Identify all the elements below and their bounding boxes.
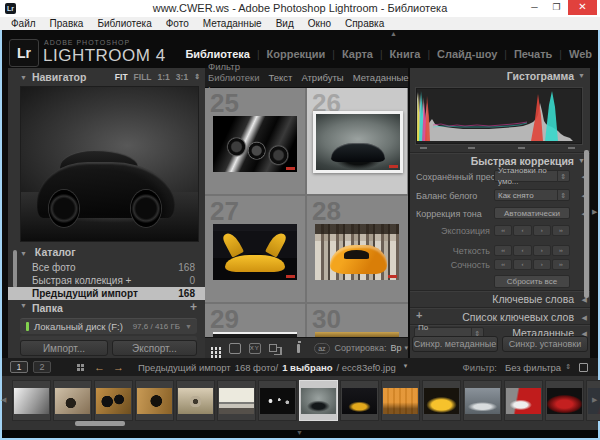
filmstrip-thumb[interactable] [135, 380, 174, 421]
filter-toggle-icon[interactable] [579, 363, 588, 372]
survey-view-icon[interactable] [269, 344, 277, 352]
filmstrip-thumb[interactable] [340, 380, 379, 421]
collapse-icon[interactable]: ▼ [578, 72, 585, 79]
section-arrow-icon[interactable]: ◀ [582, 314, 587, 322]
painter-spray-icon[interactable] [297, 344, 301, 353]
breadcrumb[interactable]: Предыдущий импорт [138, 362, 231, 373]
navigator-preview-image[interactable] [20, 86, 199, 242]
saved-preset-dropdown[interactable]: Установки по умо... ⇕ [494, 170, 570, 182]
step-fwd2-button[interactable]: ›› [552, 245, 570, 256]
catalog-row-all-photos[interactable]: Все фото 168 [8, 261, 205, 274]
filmstrip-thumb-selected[interactable] [299, 380, 338, 421]
grid-view-icon[interactable] [211, 347, 213, 350]
zoom-1-1[interactable]: 1:1 [158, 72, 170, 82]
zoom-updown-icon[interactable]: ⇕ [194, 73, 200, 81]
filter-updown-icon[interactable]: ⇕ [565, 363, 571, 371]
go-forward-icon[interactable]: → [113, 361, 124, 373]
source-dropdown-icon[interactable]: ▾ [404, 362, 408, 373]
navigator-header[interactable]: ▼ Навигатор FIT FILL 1:1 3:1 ⇕ [20, 70, 200, 84]
top-panel-collapse-icon[interactable]: ▲ [390, 30, 397, 37]
auto-tone-button[interactable]: Автоматически [494, 207, 570, 219]
filmstrip-thumb[interactable] [53, 380, 92, 421]
histogram-clip-indicator[interactable] [420, 147, 427, 149]
module-book[interactable]: Книга [390, 48, 421, 60]
step-fwd2-button[interactable]: ›› [552, 225, 570, 236]
filter-value[interactable]: Без фильтра [505, 362, 561, 373]
histogram[interactable] [416, 88, 582, 144]
catalog-row-quick-collection[interactable]: Быстрая коллекция + 0 [8, 274, 205, 287]
menu-metadata[interactable]: Метаданные [196, 18, 269, 29]
module-web[interactable]: Web [569, 48, 592, 60]
collapse-icon[interactable]: ▼ [20, 302, 27, 316]
filter-text[interactable]: Текст [268, 72, 292, 83]
filmstrip-thumb[interactable] [176, 380, 215, 421]
volume-row[interactable]: Локальный диск (F:) 97,6 / 416 ГБ ▼ [20, 318, 197, 334]
title-bar[interactable]: Lr www.CWER.ws - Adobe Photoshop Lightro… [0, 0, 600, 17]
step-fwd-button[interactable]: › [533, 225, 551, 236]
second-window-button[interactable]: 2 [33, 361, 51, 373]
module-develop[interactable]: Коррекции [267, 48, 326, 60]
compare-view-icon[interactable]: XY [249, 343, 261, 354]
filmstrip-scroll-left-icon[interactable]: ◀ [1, 396, 6, 404]
menu-edit[interactable]: Правка [43, 18, 91, 29]
step-fwd-button[interactable]: › [533, 245, 551, 256]
filmstrip-scrollbar[interactable] [75, 421, 125, 426]
histogram-clip-indicator[interactable] [518, 147, 525, 149]
filmstrip-thumb[interactable] [94, 380, 133, 421]
folders-header[interactable]: ▼ Папка [20, 302, 200, 316]
menu-file[interactable]: Файл [4, 18, 43, 29]
step-back-button[interactable]: ‹ [513, 225, 531, 236]
white-balance-dropdown[interactable]: Как снято ⇕ [494, 189, 570, 201]
loupe-view-icon[interactable] [229, 343, 240, 354]
maximize-button[interactable]: ❐ [546, 0, 567, 15]
module-slideshow[interactable]: Слайд-шоу [437, 48, 497, 60]
step-back2-button[interactable]: ‹‹ [494, 259, 512, 270]
right-panel-collapse-icon[interactable]: ▶ [592, 208, 597, 216]
module-print[interactable]: Печать [514, 48, 552, 60]
zoom-3-1[interactable]: 3:1 [176, 72, 188, 82]
step-fwd-button[interactable]: › [533, 259, 551, 270]
zoom-fill[interactable]: FILL [134, 72, 152, 82]
photo-thumbnail[interactable] [213, 116, 297, 172]
main-window-button[interactable]: 1 [10, 361, 28, 373]
module-library[interactable]: Библиотека [185, 48, 250, 60]
filmstrip-scroll-right-icon[interactable]: ▶ [592, 396, 597, 404]
photo-thumbnail[interactable] [313, 111, 403, 173]
add-keyword-icon[interactable]: + [416, 309, 422, 321]
sort-direction-icon[interactable]: az [314, 343, 329, 354]
menu-view[interactable]: Вид [269, 18, 301, 29]
step-back2-button[interactable]: ‹‹ [494, 245, 512, 256]
grid-view-shortcut-icon[interactable] [77, 364, 80, 367]
grid-cell[interactable]: 27 [205, 196, 305, 302]
filmstrip-collapse-icon[interactable]: ▼ [296, 429, 303, 436]
filter-attributes[interactable]: Атрибуты [301, 72, 343, 83]
filmstrip-thumb[interactable] [258, 380, 297, 421]
grid-cell-selected[interactable]: 26 [307, 88, 407, 194]
filmstrip-thumb[interactable] [463, 380, 502, 421]
grid-cell[interactable]: 28 [307, 196, 407, 302]
sort-dropdown-icon[interactable]: ▾ [404, 344, 408, 352]
minimize-button[interactable]: ─ [524, 0, 545, 15]
menu-library[interactable]: Библиотека [90, 18, 158, 29]
photo-thumbnail[interactable] [213, 224, 297, 280]
grid-cell[interactable]: 25 [205, 88, 305, 194]
step-back2-button[interactable]: ‹‹ [494, 225, 512, 236]
export-button[interactable]: Экспорт... [112, 340, 197, 356]
step-fwd2-button[interactable]: ›› [552, 259, 570, 270]
sync-metadata-button[interactable]: Синхр. метаданные [412, 336, 498, 352]
close-button[interactable]: ✕ [568, 0, 597, 15]
filmstrip-thumb[interactable] [504, 380, 543, 421]
filmstrip-thumb[interactable] [545, 380, 584, 421]
add-folder-icon[interactable]: + [190, 300, 197, 314]
filmstrip-thumb[interactable] [381, 380, 420, 421]
filter-metadata[interactable]: Метаданные [353, 72, 409, 83]
right-panel-scrollbar[interactable] [584, 150, 589, 298]
sync-settings-button[interactable]: Синхр. установки [502, 336, 588, 352]
go-back-icon[interactable]: ← [94, 361, 105, 373]
menu-photo[interactable]: Фото [159, 18, 196, 29]
collapse-icon[interactable]: ▼ [20, 74, 27, 81]
catalog-row-previous-import[interactable]: Предыдущий импорт 168 [8, 287, 205, 300]
volume-expand-icon[interactable]: ▼ [185, 323, 192, 330]
zoom-fit[interactable]: FIT [115, 72, 128, 82]
sort-value[interactable]: Вр [390, 343, 401, 353]
